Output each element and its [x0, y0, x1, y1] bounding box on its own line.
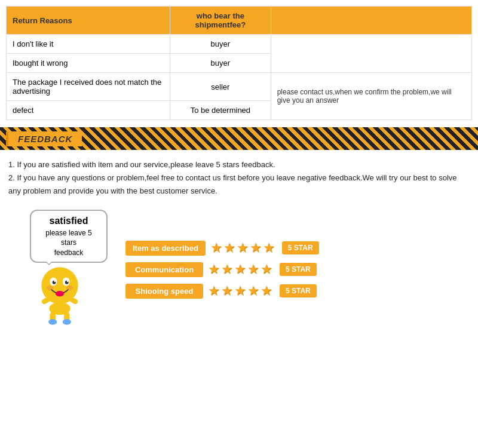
star-icon: ★ [208, 283, 220, 299]
svg-point-7 [41, 268, 78, 304]
svg-point-15 [47, 286, 54, 290]
svg-point-3 [48, 319, 57, 324]
star-icon: ★ [234, 262, 246, 277]
reason-cell: The package I received does not match th… [7, 73, 170, 101]
return-reasons-section: Return Reasons who bear the shipmentfee?… [0, 0, 478, 120]
star-icon: ★ [223, 240, 235, 256]
col-header-reason: Return Reasons [7, 7, 170, 35]
star-icon: ★ [234, 283, 246, 299]
svg-point-16 [66, 286, 73, 290]
star-icon: ★ [263, 240, 275, 256]
bearer-cell: To be determined [170, 101, 271, 120]
bearer-cell: buyer [170, 54, 271, 73]
speech-line3: feedback [37, 248, 100, 258]
stars-2: ★ ★ ★ ★ ★ [208, 283, 272, 299]
star-badge-0: 5 STAR [282, 241, 319, 254]
svg-point-4 [63, 319, 71, 324]
feedback-line1: 1. If you are satisfied with item and ou… [8, 158, 470, 171]
bearer-cell: buyer [170, 35, 271, 54]
table-row: The package I received does not match th… [7, 73, 472, 101]
feedback-banner: FEEDBACK [0, 127, 478, 150]
star-icon: ★ [237, 240, 249, 256]
star-icon: ★ [210, 240, 222, 256]
svg-point-13 [67, 281, 68, 282]
reason-cell: Ibought it wrong [7, 54, 170, 73]
star-icon: ★ [261, 283, 272, 299]
speech-line1: satisfied [37, 214, 100, 228]
feedback-line2: 2. If you have any questions or problem,… [8, 171, 470, 198]
svg-point-14 [56, 291, 64, 296]
speech-line2: please leave 5 stars [37, 228, 100, 248]
bearer-cell: seller [170, 73, 271, 101]
rating-rows: Item as described ★ ★ ★ ★ ★ 5 STAR Commu… [125, 240, 472, 299]
stars-1: ★ ★ ★ ★ ★ [208, 262, 272, 277]
rating-label-0: Item as described [125, 241, 206, 256]
speech-bubble: satisfied please leave 5 stars feedback [30, 210, 108, 263]
star-badge-1: 5 STAR [280, 263, 317, 276]
feedback-text-section: 1. If you are satisfied with item and ou… [0, 150, 478, 204]
rating-row-communication: Communication ★ ★ ★ ★ ★ 5 STAR [125, 262, 472, 277]
star-icon: ★ [221, 283, 233, 299]
reason-cell: I don't like it [7, 35, 170, 54]
col-header-note [271, 7, 471, 35]
rating-section: satisfied please leave 5 stars feedback [0, 204, 478, 341]
rating-row-shipping: Shiooing speed ★ ★ ★ ★ ★ 5 STAR [125, 283, 472, 299]
star-icon: ★ [250, 240, 262, 256]
star-icon: ★ [221, 262, 233, 277]
rating-label-1: Communication [125, 262, 203, 277]
smiley-container: satisfied please leave 5 stars feedback [6, 210, 114, 329]
note-cell [271, 35, 471, 73]
col-header-bearer: who bear the shipmentfee? [170, 7, 271, 35]
stars-0: ★ ★ ★ ★ ★ [210, 240, 275, 256]
reason-cell: defect [7, 101, 170, 120]
star-icon: ★ [208, 262, 220, 277]
star-icon: ★ [261, 262, 272, 277]
star-badge-2: 5 STAR [280, 284, 317, 297]
return-reasons-table: Return Reasons who bear the shipmentfee?… [6, 6, 472, 120]
feedback-label: FEEDBACK [6, 131, 82, 146]
rating-label-2: Shiooing speed [125, 284, 203, 299]
table-row: I don't like it buyer [7, 35, 472, 54]
rating-row-item-described: Item as described ★ ★ ★ ★ ★ 5 STAR [125, 240, 472, 256]
star-icon: ★ [247, 262, 259, 277]
svg-point-12 [54, 281, 56, 282]
star-icon: ★ [247, 283, 259, 299]
note-cell: please contact us,when we confirm the pr… [271, 73, 471, 120]
